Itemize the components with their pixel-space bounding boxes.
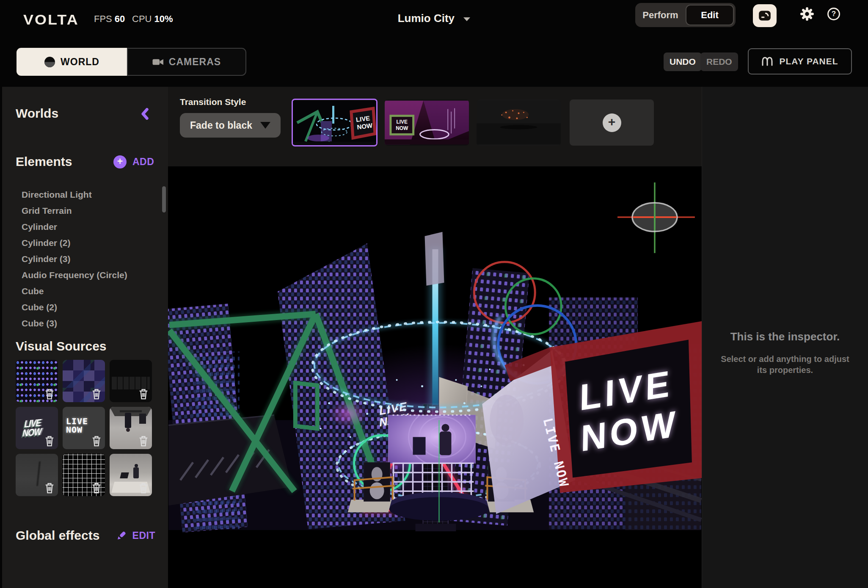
pencil-icon [116,530,127,541]
live-now-pixel-text: LIVE NOW [66,417,96,434]
element-item[interactable]: Cylinder [22,219,153,235]
question-mark-icon [827,8,840,20]
element-item[interactable]: Cube (3) [22,315,153,331]
collapse-worlds-button[interactable] [141,108,149,120]
delete-visual-source-button[interactable] [91,481,102,494]
edit-mode-button[interactable]: Edit [686,5,734,25]
laptop-graphic [120,472,129,478]
inspector-panel: This is the inspector. Select or add any… [702,87,868,588]
edit-global-effects-button[interactable]: EDIT [116,530,155,541]
plus-circle-icon [113,155,127,168]
delete-visual-source-button[interactable] [91,387,102,400]
edit-global-effects-label: EDIT [132,530,155,541]
globe-icon [44,56,55,68]
delete-visual-source-button[interactable] [138,434,149,447]
left-sidebar: Worlds Elements ADD Directional Light Gr… [2,87,168,588]
tab-world-label: WORLD [61,56,99,68]
plus-icon [603,113,621,132]
scene-2-preview: LIVE NOW [385,99,469,146]
chevron-left-icon [141,108,149,120]
visual-source-pixel-mosaic[interactable] [63,360,105,402]
scene-thumbnail-3[interactable] [477,99,561,146]
visual-source-dot-matrix-grid[interactable] [16,360,58,402]
project-switcher[interactable]: Lumio City [0,12,868,25]
mode-toggle[interactable]: Perform Edit [635,3,736,27]
transition-style-value: Fade to black [190,120,252,131]
add-element-label: ADD [132,156,154,168]
help-button[interactable] [827,7,841,21]
rig-graphic [120,410,142,412]
elements-title: Elements [16,155,72,169]
delete-visual-source-button[interactable] [44,481,55,494]
controller-icon [758,10,771,22]
project-name[interactable]: Lumio City [398,12,455,25]
global-effects-title: Global effects [16,528,99,543]
dropdown-triangle-icon [260,122,270,129]
visual-source-live-now-pixel[interactable]: LIVE NOW [63,407,105,449]
pink-glow [329,400,368,427]
viewport-canvas[interactable]: LIVE LIVE NOW NOW [168,166,702,588]
visual-sources-grid: LIVE NOW LIVE NOW [16,360,155,496]
chevron-down-icon [463,17,470,21]
scene-strip: Transition Style Fade to black LIVE NOW [168,87,702,166]
monitor-graphic [139,414,146,424]
figure-graphic [125,413,131,428]
play-panel-button[interactable]: PLAY PANEL [748,48,852,75]
visual-source-performer-upside-down[interactable] [110,407,152,449]
visual-source-performer-desk[interactable] [110,454,152,496]
delete-visual-source-button[interactable] [138,387,149,400]
undo-button[interactable]: UNDO [664,52,702,71]
element-item[interactable]: Grid Terrain [22,203,153,219]
visual-source-white-grid[interactable] [63,454,105,496]
add-scene-button[interactable] [570,99,654,146]
tab-cameras[interactable]: CAMERAS [127,48,246,76]
tab-cameras-label: CAMERAS [169,56,221,68]
delete-visual-source-button[interactable] [138,481,149,494]
delete-visual-source-button[interactable] [44,387,55,400]
element-item[interactable]: Cube (2) [22,299,153,315]
view-tabs: WORLD CAMERAS [17,48,246,76]
transition-style-select[interactable]: Fade to black [180,113,281,138]
svg-text:LIVE: LIVE [397,119,408,125]
transition-style-label: Transition Style [180,97,246,107]
redo-button[interactable]: REDO [700,52,738,71]
perform-mode-button[interactable]: Perform [635,10,686,21]
settings-button[interactable] [800,7,814,21]
elements-list: Directional Light Grid Terrain Cylinder … [22,187,153,331]
visual-source-dark-bars[interactable] [110,360,152,402]
gear-icon [800,7,814,21]
elements-scrollbar[interactable] [162,186,166,213]
controller-pad-button[interactable] [753,4,777,27]
visual-sources-title: Visual Sources [16,339,107,353]
scene-1-preview: LIVE NOW [293,100,378,146]
delete-visual-source-button[interactable] [91,434,102,447]
visual-source-faint-smudge[interactable] [16,454,58,496]
video-camera-icon [152,58,164,66]
element-item[interactable]: Directional Light [22,187,153,203]
scene-3-preview [477,99,561,146]
element-item[interactable]: Cylinder (2) [22,235,153,251]
tab-world[interactable]: WORLD [17,48,127,76]
visual-source-glitch-live-now[interactable]: LIVE NOW [16,407,58,449]
add-element-button[interactable]: ADD [113,155,154,168]
worlds-title: Worlds [16,106,58,121]
volta-app-window: VOLTA FPS60 CPU10% Lumio City Perform Ed… [0,0,868,588]
top-bar: VOLTA FPS60 CPU10% Lumio City Perform Ed… [0,0,868,87]
billboard-text: LIVE LIVE NOW NOW [579,362,680,459]
scene-thumbnail-1-selected[interactable]: LIVE NOW [292,99,378,146]
element-item[interactable]: Audio Frequency (Circle) [22,267,153,283]
inspector-title: This is the inspector. [711,330,860,343]
smudge-graphic [36,461,41,486]
svg-text:NOW: NOW [396,125,408,131]
global-effects-row: Global effects EDIT [16,528,155,543]
world-scene: LIVE LIVE NOW NOW [168,166,702,588]
scene-thumbnail-2[interactable]: LIVE NOW [385,99,469,146]
inspector-subtitle: Select or add anything to adjust its pro… [720,353,850,375]
element-item[interactable]: Cylinder (3) [22,251,153,267]
volta-wave-icon [761,56,774,66]
figure-graphic [133,467,139,478]
delete-visual-source-button[interactable] [44,434,55,447]
element-item[interactable]: Cube [22,283,153,299]
play-panel-label: PLAY PANEL [779,56,838,66]
